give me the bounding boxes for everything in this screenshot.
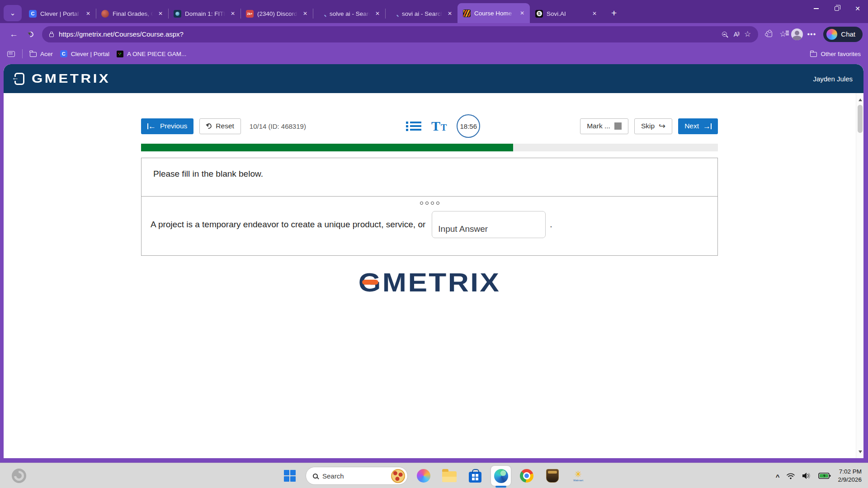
restore-button[interactable]: [826, 0, 847, 17]
tab-clever-portal[interactable]: C Clever | Portal ✕: [24, 4, 96, 23]
read-aloud-icon[interactable]: A)): [734, 31, 739, 38]
answer-input[interactable]: [432, 211, 546, 238]
tray-clock[interactable]: 7:02 PM 2/9/2026: [838, 468, 862, 484]
previous-button[interactable]: ← Previous: [141, 118, 193, 134]
copilot-chat-button[interactable]: Chat: [823, 27, 863, 42]
search-favicon-icon: [391, 10, 398, 18]
forge-shield-icon: [546, 469, 559, 483]
gmetrix-header: GMETRIX Jayden Jules: [4, 64, 863, 93]
start-button[interactable]: [280, 466, 300, 486]
page-content: GMETRIX Jayden Jules ← Previous Reset: [4, 64, 863, 458]
search-favicon-icon: [318, 10, 326, 18]
chrome-browser-button[interactable]: [517, 466, 537, 486]
collections-panel-icon[interactable]: [7, 51, 15, 57]
timer-badge: 18:56: [457, 114, 480, 138]
bookmark-acer[interactable]: Acer: [30, 51, 53, 57]
walmart-spark-icon: ✳Walmart: [571, 468, 585, 483]
back-icon[interactable]: ←: [5, 29, 22, 39]
volume-icon[interactable]: [802, 472, 811, 479]
reset-icon: [205, 122, 212, 130]
taskbar-search[interactable]: Search: [306, 467, 408, 485]
microsoft-store-button[interactable]: [465, 466, 485, 486]
settings-more-icon[interactable]: •••: [807, 30, 816, 38]
divider: [22, 49, 23, 58]
scrollbar-thumb[interactable]: [858, 105, 863, 133]
walmart-app-button[interactable]: ✳Walmart: [568, 466, 588, 486]
domain-favicon-icon: [174, 10, 181, 18]
tab-title: Sovi.AI: [547, 10, 587, 17]
exit-course-icon[interactable]: [14, 73, 24, 85]
tab-discord[interactable]: 2k+ (2340) Discord | Me ✕: [241, 4, 313, 23]
progress-bar: [141, 144, 718, 151]
address-bar: ← https://gmetrix.net/Courses/Course.asp…: [0, 23, 868, 45]
tray-chevron-icon[interactable]: ^: [776, 473, 780, 481]
other-favorites-button[interactable]: Other favorites: [810, 51, 861, 57]
tab-search-button[interactable]: ⌄: [4, 5, 22, 21]
question-list-icon[interactable]: [406, 122, 421, 131]
close-tab-icon[interactable]: ✕: [229, 9, 237, 18]
profile-avatar[interactable]: [791, 28, 803, 40]
minimize-button[interactable]: [806, 0, 826, 17]
extensions-icon[interactable]: [766, 31, 772, 37]
chat-label: Chat: [841, 30, 855, 38]
tab-course-home-active[interactable]: Course Home ✕: [458, 3, 530, 23]
tab-domain1-fitbs[interactable]: Domain 1: FITBS ✕: [168, 4, 241, 23]
close-tab-icon[interactable]: ✕: [446, 9, 454, 18]
bookmarks-bar: Acer C Clever | Portal A ONE PIECE GAM..…: [0, 45, 868, 62]
battery-charging-icon[interactable]: [818, 472, 831, 479]
scroll-up-icon[interactable]: [856, 96, 863, 103]
file-explorer-icon: [442, 471, 457, 482]
search-icon: [313, 474, 318, 479]
file-explorer-button[interactable]: [439, 466, 459, 486]
tab-title: solve ai - Search: [330, 10, 370, 17]
favorites-bar-icon[interactable]: ☆: [779, 29, 786, 39]
taskbar-icons: Search ✳Walmart: [280, 463, 588, 488]
close-tab-icon[interactable]: ✕: [518, 9, 526, 17]
sentence-text: A project is a temporary endeavor to cre…: [151, 220, 425, 230]
bookmark-one-piece[interactable]: A ONE PIECE GAM...: [117, 51, 186, 57]
forge-of-empires-button[interactable]: [542, 466, 562, 486]
tab-sovi-ai-search[interactable]: sovi ai - Search ✕: [385, 4, 458, 23]
tab-final-grades[interactable]: Final Grades, GPA, & ✕: [96, 4, 168, 23]
question-body: A project is a temporary endeavor to cre…: [142, 196, 717, 255]
next-button[interactable]: Next →: [678, 118, 718, 134]
mark-button[interactable]: Mark ...: [580, 118, 628, 134]
new-tab-button[interactable]: +: [606, 8, 622, 19]
gmetrix-logo-rest: METRIX: [382, 268, 500, 297]
skip-button[interactable]: Skip ↪: [634, 118, 672, 134]
lock-icon: [49, 33, 54, 37]
screen: ⌄ C Clever | Portal ✕ Final Grades, GPA,…: [0, 0, 868, 488]
favorite-star-icon[interactable]: ☆: [744, 29, 751, 39]
tab-sovi-ai[interactable]: Sovi.AI ✕: [530, 4, 602, 23]
tab-title: (2340) Discord | Me: [257, 10, 297, 17]
close-tab-icon[interactable]: ✕: [373, 9, 382, 18]
discord-favicon-icon: 2k+: [246, 10, 254, 18]
bookmark-clever-portal[interactable]: C Clever | Portal: [60, 50, 109, 57]
text-size-icon[interactable]: TT: [431, 118, 447, 134]
edge-browser-button[interactable]: [491, 466, 511, 486]
windows-logo-icon: [284, 470, 296, 482]
sentence-period: .: [550, 220, 552, 230]
close-window-button[interactable]: ✕: [847, 0, 868, 17]
refresh-icon[interactable]: [24, 32, 38, 37]
copilot-icon: [417, 469, 430, 483]
url-field[interactable]: https://gmetrix.net/Courses/Course.aspx?…: [42, 26, 758, 42]
user-name[interactable]: Jayden Jules: [813, 75, 853, 83]
bookmark-label: Clever | Portal: [71, 51, 109, 57]
copilot-app-button[interactable]: [414, 466, 434, 486]
reset-button[interactable]: Reset: [199, 118, 241, 134]
close-tab-icon[interactable]: ✕: [301, 9, 309, 18]
zoom-out-icon[interactable]: [722, 32, 727, 37]
close-tab-icon[interactable]: ✕: [84, 9, 92, 18]
close-tab-icon[interactable]: ✕: [590, 9, 599, 18]
scroll-down-icon[interactable]: [856, 448, 863, 455]
mark-square-icon: [614, 122, 622, 130]
page-scrollbar[interactable]: [856, 93, 863, 458]
url-text[interactable]: https://gmetrix.net/Courses/Course.aspx?: [59, 30, 717, 38]
search-highlight-pizza-icon[interactable]: [391, 469, 405, 483]
clever-favicon-icon: C: [29, 10, 37, 18]
tab-solve-ai-search[interactable]: solve ai - Search ✕: [313, 4, 385, 23]
wifi-icon[interactable]: [786, 473, 795, 479]
drag-handle-dots-icon[interactable]: [142, 200, 717, 205]
close-tab-icon[interactable]: ✕: [156, 9, 165, 18]
